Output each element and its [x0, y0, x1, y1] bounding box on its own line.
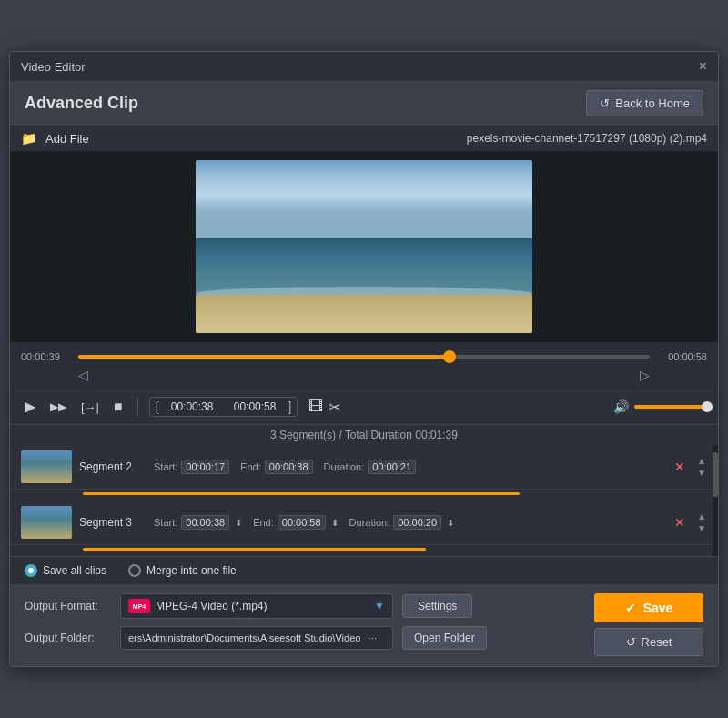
- segment-2-progress-bar: [83, 492, 520, 495]
- video-preview: [196, 160, 532, 333]
- segment-3-progress-row: [10, 548, 718, 556]
- segment-3-remove-button[interactable]: ✕: [674, 515, 685, 530]
- timeline-thumb[interactable]: [443, 350, 456, 363]
- scrollbar-thumb: [713, 452, 718, 497]
- segment-2-progress-row: [10, 492, 718, 501]
- segment-3-start-spinner[interactable]: ⬍: [235, 518, 242, 528]
- volume-track[interactable]: [634, 405, 707, 409]
- volume-icon: 🔊: [613, 399, 629, 414]
- scissors-icon[interactable]: ✂: [329, 399, 340, 416]
- segment-2-start-field: Start: 00:00:17: [154, 460, 229, 474]
- segment-3-start-field: Start: 00:00:38 ⬍: [154, 515, 242, 530]
- header-row: Advanced Clip ↺ Back to Home: [10, 81, 718, 126]
- timeline-start-time: 00:00:39: [21, 351, 71, 362]
- bottom-rows: Output Format: MP4 MPEG-4 Video (*.mp4) …: [25, 593, 703, 657]
- format-label: Output Format:: [25, 600, 111, 612]
- segment-item-wrapper-3: Segment 3 Start: 00:00:38 ⬍ End: 00:00:5…: [10, 501, 718, 556]
- segment-2-end-value: 00:00:38: [265, 460, 313, 474]
- format-dropdown-arrow[interactable]: ▼: [374, 600, 385, 612]
- add-file-button[interactable]: Add File: [46, 132, 89, 146]
- segment-2-thumb: [21, 450, 72, 483]
- segment-2-move-down[interactable]: ▼: [696, 468, 707, 479]
- segment-2-start-value: 00:00:17: [181, 460, 229, 474]
- segment-2-reorder: ▲ ▼: [696, 456, 707, 479]
- add-file-icon: 📁: [21, 131, 36, 146]
- bracket-end: ]: [288, 399, 292, 414]
- segments-scrollbar[interactable]: [713, 445, 718, 556]
- output-format-row: Output Format: MP4 MPEG-4 Video (*.mp4) …: [25, 593, 578, 619]
- segment-3-end-label: End:: [253, 517, 274, 528]
- segment-3-end-spinner[interactable]: ⬍: [331, 518, 339, 528]
- timeline-end-time: 00:00:58: [657, 351, 707, 362]
- save-all-clips-option[interactable]: Save all clips: [25, 564, 106, 577]
- segment-3-duration-spinner[interactable]: ⬍: [447, 518, 454, 528]
- segments-info-text: 3 Segment(s) / Total Duration 00:01:39: [270, 429, 458, 441]
- range-left-marker[interactable]: ◁: [78, 368, 88, 382]
- video-editor-window: Video Editor × Advanced Clip ↺ Back to H…: [9, 51, 719, 667]
- segment-2-remove-button[interactable]: ✕: [674, 460, 685, 474]
- segment-2-end-label: End:: [240, 461, 261, 472]
- segment-3-reorder: ▲ ▼: [696, 511, 707, 534]
- controls-row: ▶ ▶▶ [→| ■ [ 00:00:38 00:00:58 ] 🎞 ✂ 🔊: [10, 389, 718, 424]
- segment-3-thumb: [21, 506, 72, 539]
- merge-radio[interactable]: [128, 564, 141, 577]
- save-check-icon: ✓: [625, 601, 636, 615]
- segment-3-move-down[interactable]: ▼: [696, 523, 707, 534]
- segment-2-duration-value: 00:00:21: [368, 460, 416, 474]
- format-icon-text: MP4: [133, 603, 146, 610]
- timeline-track[interactable]: [78, 355, 650, 359]
- segment-2-name: Segment 2: [79, 460, 143, 473]
- segment-2-duration-label: Duration:: [324, 461, 365, 472]
- stop-button[interactable]: ■: [110, 398, 126, 416]
- volume-fill: [634, 405, 707, 409]
- segment-3-move-up[interactable]: ▲: [696, 511, 707, 522]
- video-thumbnail: [196, 160, 532, 333]
- frame-step-button[interactable]: [→|: [77, 399, 103, 415]
- segment-3-start-value[interactable]: 00:00:38: [181, 515, 229, 530]
- action-buttons: ✓ Save ↺ Reset: [594, 593, 703, 656]
- play-button[interactable]: ▶: [21, 398, 39, 416]
- video-preview-area: [10, 151, 718, 342]
- options-row: Save all clips Merge into one file: [10, 556, 718, 584]
- reset-icon: ↺: [626, 635, 636, 649]
- volume-thumb[interactable]: [702, 401, 713, 412]
- segment-2-move-up[interactable]: ▲: [696, 456, 707, 467]
- bottom-left: Output Format: MP4 MPEG-4 Video (*.mp4) …: [25, 593, 578, 657]
- reset-button[interactable]: ↺ Reset: [594, 628, 703, 656]
- segment-2-info: Segment 2 Start: 00:00:17 End: 00:00:38 …: [79, 460, 667, 474]
- clip-end-time[interactable]: 00:00:58: [226, 400, 285, 413]
- save-all-clips-label: Save all clips: [43, 564, 106, 577]
- timeline-bar-row: 00:00:39 00:00:58: [21, 348, 707, 366]
- segment-3-end-value[interactable]: 00:00:58: [278, 515, 326, 530]
- sky-layer: [196, 160, 532, 247]
- segment-3-duration-value[interactable]: 00:00:20: [393, 515, 441, 530]
- output-folder-row: Output Folder: ers\Administrator\Documen…: [25, 626, 578, 650]
- open-folder-button[interactable]: Open Folder: [402, 626, 487, 650]
- close-button[interactable]: ×: [699, 59, 707, 74]
- range-markers: ◁ ▷: [78, 366, 650, 384]
- save-button[interactable]: ✓ Save: [594, 593, 703, 622]
- page-title: Advanced Clip: [25, 94, 138, 113]
- title-bar: Video Editor ×: [10, 52, 718, 81]
- clip-start-time[interactable]: 00:00:38: [163, 400, 222, 413]
- folder-label: Output Folder:: [25, 632, 111, 644]
- film-icon[interactable]: 🎞: [308, 399, 323, 416]
- format-select[interactable]: MP4 MPEG-4 Video (*.mp4) ▼: [120, 593, 393, 619]
- segments-list: Segment 2 Start: 00:00:17 End: 00:00:38 …: [10, 445, 718, 556]
- volume-section: 🔊: [613, 399, 707, 414]
- back-icon: ↺: [600, 96, 610, 110]
- merge-option[interactable]: Merge into one file: [128, 564, 237, 577]
- range-right-marker[interactable]: ▷: [640, 368, 650, 382]
- time-inputs: [ 00:00:38 00:00:58 ]: [149, 397, 298, 417]
- folder-dots-button[interactable]: ···: [368, 632, 377, 644]
- segment-item-2: Segment 2 Start: 00:00:17 End: 00:00:38 …: [10, 445, 718, 490]
- folder-input[interactable]: ers\Administrator\Documents\Aiseesoft St…: [120, 626, 393, 650]
- save-all-clips-radio[interactable]: [25, 564, 37, 577]
- format-value: MPEG-4 Video (*.mp4): [156, 600, 268, 612]
- beach-layer: [196, 295, 532, 333]
- segment-2-end-field: End: 00:00:38: [240, 460, 312, 474]
- back-to-home-button[interactable]: ↺ Back to Home: [586, 90, 703, 116]
- fast-forward-button[interactable]: ▶▶: [46, 399, 70, 414]
- bottom-section: Output Format: MP4 MPEG-4 Video (*.mp4) …: [10, 584, 718, 666]
- settings-button[interactable]: Settings: [402, 594, 472, 618]
